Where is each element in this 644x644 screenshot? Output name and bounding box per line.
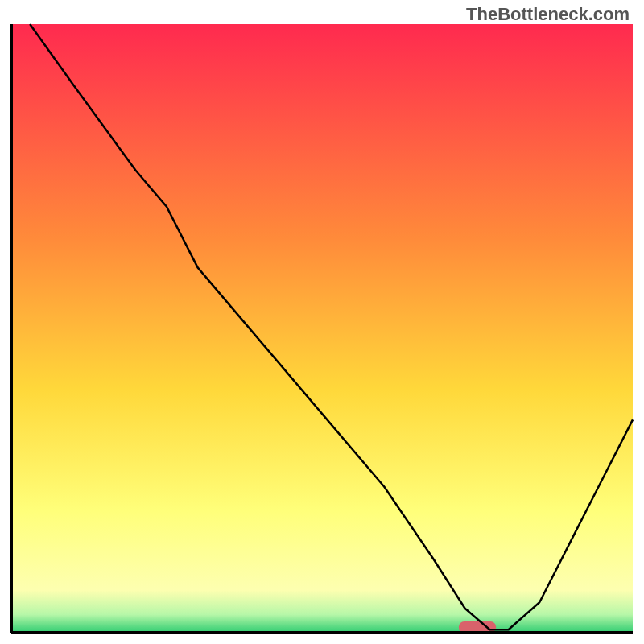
- bottleneck-chart: [0, 0, 644, 644]
- chart-container: TheBottleneck.com: [0, 0, 644, 644]
- plot-background: [11, 24, 633, 633]
- watermark-text: TheBottleneck.com: [466, 4, 630, 25]
- optimal-marker: [459, 621, 496, 633]
